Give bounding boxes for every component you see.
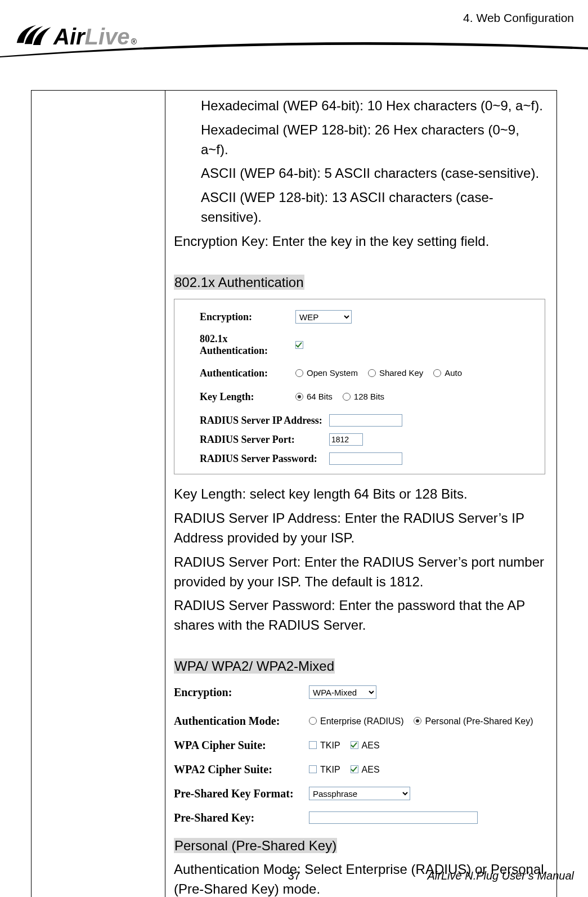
input-radius-ip[interactable] xyxy=(329,414,402,427)
page-footer: 37 AirLive N.Plug User’s Manual xyxy=(0,869,588,882)
panel-wpa: Encryption: WPA-Mixed Authentication Mod… xyxy=(174,682,548,828)
label-wpa-aes: AES xyxy=(362,739,380,752)
text-ascii128: ASCII (WEP 128-bit): 13 ASCII characters… xyxy=(174,188,548,227)
checkbox-wpa-aes[interactable] xyxy=(351,741,358,749)
radio-auth-shared[interactable] xyxy=(368,369,376,377)
label-wpa-tkip: TKIP xyxy=(320,739,340,752)
radio-authmode-enterprise[interactable] xyxy=(309,717,317,725)
label-encryption2: Encryption: xyxy=(174,684,309,701)
label-psk: Pre-Shared Key: xyxy=(174,810,309,826)
select-psk-format[interactable]: Passphrase xyxy=(309,787,410,800)
label-wpa2-cipher: WPA2 Cipher Suite: xyxy=(174,761,309,778)
label-psk-format: Pre-Shared Key Format: xyxy=(174,786,309,802)
label-wpa2-tkip: TKIP xyxy=(320,763,340,776)
table-left-cell xyxy=(32,91,165,898)
heading-personal: Personal (Pre-Shared Key) xyxy=(174,838,337,853)
chapter-header: 4. Web Configuration xyxy=(463,11,574,25)
label-authmode-enterprise: Enterprise (RADIUS) xyxy=(320,715,403,728)
radio-auth-auto[interactable] xyxy=(433,369,441,377)
header-divider-swoosh xyxy=(0,41,588,57)
input-psk[interactable] xyxy=(309,811,478,824)
text-keylength: Key Length: select key length 64 Bits or… xyxy=(174,485,548,504)
checkbox-8021x[interactable] xyxy=(295,341,303,349)
label-wpa-cipher: WPA Cipher Suite: xyxy=(174,737,309,754)
input-radius-password[interactable] xyxy=(329,452,402,465)
radio-authmode-personal[interactable] xyxy=(414,717,421,725)
checkbox-wpa2-tkip[interactable] xyxy=(309,765,317,773)
radio-auth-open[interactable] xyxy=(295,369,303,377)
label-authmode: Authentication Mode: xyxy=(174,713,309,729)
label-encryption: Encryption: xyxy=(200,310,295,324)
text-hex128: Hexadecimal (WEP 128-bit): 26 Hex charac… xyxy=(174,120,548,160)
text-enckey: Encryption Key: Enter the key in the key… xyxy=(174,232,548,252)
select-encryption2[interactable]: WPA-Mixed xyxy=(309,685,376,699)
label-keylength: Key Length: xyxy=(200,389,295,404)
text-radius-port: RADIUS Server Port: Enter the RADIUS Ser… xyxy=(174,553,548,592)
label-wpa2-aes: AES xyxy=(362,763,380,776)
radio-key-64[interactable] xyxy=(295,393,303,401)
label-key-64: 64 Bits xyxy=(307,391,333,403)
heading-wpa: WPA/ WPA2/ WPA2-Mixed xyxy=(174,658,335,674)
text-radius-ip: RADIUS Server IP Address: Enter the RADI… xyxy=(174,509,548,548)
radio-key-128[interactable] xyxy=(343,393,351,401)
text-ascii64: ASCII (WEP 64-bit): 5 ASCII characters (… xyxy=(174,164,548,183)
checkbox-wpa2-aes[interactable] xyxy=(351,765,358,773)
text-radius-password: RADIUS Server Password: Enter the passwo… xyxy=(174,596,548,635)
label-radius-port: RADIUS Server Port: xyxy=(200,432,329,447)
label-auth-open: Open System xyxy=(307,367,358,379)
content-table: Hexadecimal (WEP 64-bit): 10 Hex charact… xyxy=(31,90,557,897)
label-authmode-personal: Personal (Pre-Shared Key) xyxy=(425,715,533,728)
label-authentication: Authentication: xyxy=(200,366,295,380)
select-encryption[interactable]: WEP xyxy=(295,310,352,324)
label-key-128: 128 Bits xyxy=(354,391,384,403)
label-8021x-auth: 802.1x Authentication: xyxy=(200,333,295,356)
text-hex64: Hexadecimal (WEP 64-bit): 10 Hex charact… xyxy=(174,96,548,116)
label-radius-ip: RADIUS Server IP Address: xyxy=(200,413,329,428)
page-number: 37 xyxy=(288,869,300,882)
label-auth-auto: Auto xyxy=(445,367,462,379)
checkbox-wpa-tkip[interactable] xyxy=(309,741,317,749)
label-radius-password: RADIUS Server Password: xyxy=(200,451,329,466)
label-auth-shared: Shared Key xyxy=(379,367,423,379)
input-radius-port[interactable] xyxy=(329,433,363,446)
panel-8021x: Encryption: WEP 802.1x Authentication: A… xyxy=(174,299,545,474)
heading-8021x: 802.1x Authentication xyxy=(174,275,304,290)
table-right-cell: Hexadecimal (WEP 64-bit): 10 Hex charact… xyxy=(165,91,557,898)
manual-title: AirLive N.Plug User’s Manual xyxy=(428,869,574,882)
